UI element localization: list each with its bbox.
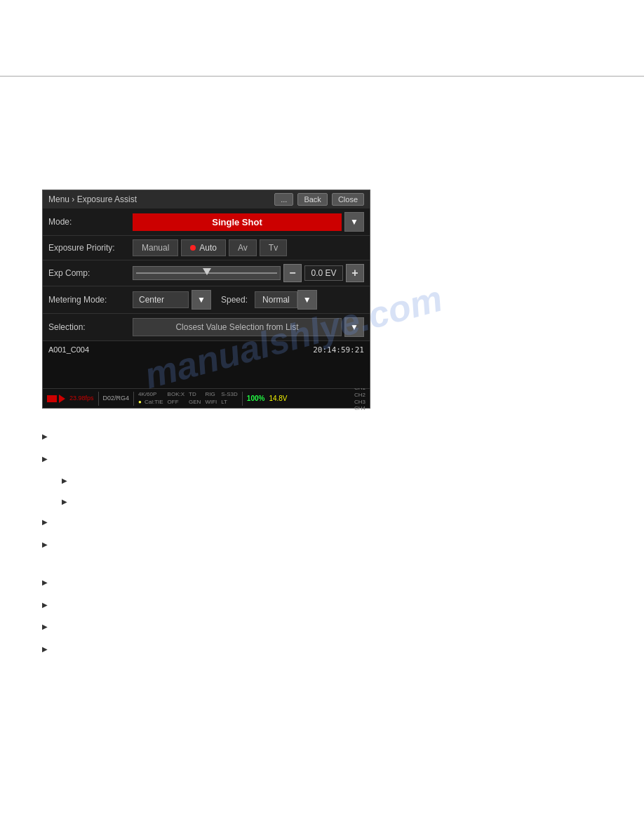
status-group3: TD GEN [189, 391, 201, 406]
mode-label: Mode: [48, 217, 133, 227]
exposure-priority-label: Exposure Priority: [48, 243, 133, 253]
play-icon [59, 395, 65, 403]
selection-value[interactable]: Closest Value Selection from List [133, 318, 342, 336]
plus-button[interactable]: + [346, 264, 364, 282]
arrow-icon: ▶ [42, 539, 48, 550]
bullet-section-2: ▶ ▶ ▶ ▶ [42, 574, 602, 654]
status-group1: 4K/60P ● Cal:TIE [138, 391, 163, 406]
ch4: CH4 [354, 405, 365, 412]
exp-comp-slider[interactable] [133, 266, 281, 280]
bullet-text [55, 574, 58, 588]
arrow-icon: ▶ [42, 600, 48, 610]
resolution-value: 4K/60P [138, 391, 163, 398]
selection-label: Selection: [48, 322, 133, 332]
framerate-display: 23.98fps [69, 395, 94, 402]
voltage-value: 14.8V [269, 395, 287, 402]
arrow-icon: ▶ [42, 454, 48, 464]
framerate-value: 23.98fps [69, 395, 94, 402]
dots-button[interactable]: ... [274, 193, 293, 206]
timecode: 20:14:59:21 [313, 345, 364, 355]
metering-mode-row: Metering Mode: Center ▼ Speed: Normal ▼ [43, 286, 370, 314]
arrow-icon: ▶ [42, 621, 48, 632]
bullet-text [74, 494, 77, 508]
panel-header: Menu › Menu › Exposure AssistExposure As… [43, 190, 370, 208]
arrow-icon: ▶ [62, 475, 67, 486]
bullet-section-1: ▶ ▶ ▶ ▶ ▶ ▶ [42, 428, 602, 550]
exp-comp-controls: − 0.0 EV + [133, 264, 364, 282]
ch3: CH3 [354, 399, 365, 406]
exp-comp-label: Exp Comp: [48, 268, 133, 278]
bullet-text [55, 536, 58, 550]
list-item: ▶ [42, 597, 602, 611]
status-group5: S-S3D LT [221, 391, 238, 406]
cal-tie-value: ● Cal:TIE [138, 399, 163, 406]
bullet-text [55, 641, 58, 655]
status-percent: 100% [247, 395, 265, 403]
metering-dropdown[interactable]: ▼ [192, 290, 211, 310]
camera-id: D02/RG4 [103, 395, 130, 402]
slider-track [136, 272, 277, 274]
bullet-text [74, 472, 77, 486]
priority-av[interactable]: Av [229, 239, 257, 256]
mode-controls: Single Shot ▼ [133, 212, 364, 232]
arrow-icon: ▶ [42, 644, 48, 654]
rec-indicator [47, 395, 65, 403]
bokeh-value: BOK:X [168, 391, 185, 398]
list-item: ▶ [42, 574, 602, 588]
list-item: ▶ [42, 428, 602, 442]
sub-list-item: ▶ [62, 494, 602, 508]
ch2: CH2 [354, 392, 365, 399]
mode-row: Mode: Single Shot ▼ [43, 208, 370, 236]
speed-label: Speed: [221, 295, 248, 305]
minus-button[interactable]: − [283, 264, 302, 282]
close-button[interactable]: Close [332, 193, 364, 206]
list-item: ▶ [42, 536, 602, 550]
list-item: ▶ [42, 451, 602, 465]
content-area: Menu › Menu › Exposure AssistExposure As… [42, 81, 602, 663]
list-item: ▶ [42, 618, 602, 633]
breadcrumb: Menu › Menu › Exposure AssistExposure As… [48, 194, 270, 204]
priority-manual[interactable]: Manual [133, 239, 178, 256]
cal-dot: ● [138, 399, 142, 406]
back-button[interactable]: Back [297, 193, 327, 206]
metering-mode-controls: Center ▼ Speed: Normal ▼ [133, 290, 364, 310]
bullet-text [55, 597, 58, 611]
list-item: ▶ [42, 641, 602, 655]
viewfinder: A001_C004 20:14:59:21 23.98fps D02/RG4 4… [43, 341, 370, 408]
bullet-text [55, 618, 58, 633]
selection-dropdown[interactable]: ▼ [344, 317, 364, 337]
top-divider [0, 76, 644, 77]
off-value: OFF [168, 399, 185, 406]
speed-value[interactable]: Normal [255, 291, 297, 308]
priority-tv[interactable]: Tv [260, 239, 287, 256]
exp-comp-row: Exp Comp: − 0.0 EV + [43, 260, 370, 286]
sub-list-item: ▶ [62, 472, 602, 486]
priority-auto[interactable]: Auto [181, 239, 226, 256]
active-indicator [190, 245, 196, 251]
bullet-text [55, 451, 58, 465]
bullet-text [55, 514, 58, 528]
exposure-priority-controls: Manual Auto Av Tv [133, 239, 364, 256]
clip-name: A001_C004 [48, 345, 89, 354]
arrow-icon: ▶ [42, 577, 48, 588]
arrow-icon: ▶ [42, 517, 48, 527]
status-group4: RIG WIFI [205, 391, 217, 406]
bullet-text [55, 428, 58, 442]
list-item: ▶ [42, 514, 602, 528]
metering-value[interactable]: Center [133, 291, 189, 308]
mode-dropdown[interactable]: ▼ [344, 212, 364, 232]
speed-dropdown[interactable]: ▼ [297, 290, 317, 310]
status-group2: BOK:X OFF [168, 391, 185, 406]
selection-row: Selection: Closest Value Selection from … [43, 314, 370, 341]
rec-square [47, 395, 57, 402]
arrow-icon: ▶ [62, 496, 67, 507]
arrow-icon: ▶ [42, 431, 48, 442]
speed-container: Normal ▼ [255, 290, 317, 310]
slider-thumb [203, 268, 211, 275]
mode-value[interactable]: Single Shot [133, 213, 342, 231]
camera-panel: Menu › Menu › Exposure AssistExposure As… [42, 190, 370, 409]
viewfinder-main: A001_C004 20:14:59:21 [43, 341, 370, 388]
status-bar: 23.98fps D02/RG4 4K/60P ● Cal:TIE BOK:X … [43, 388, 370, 408]
selection-controls: Closest Value Selection from List ▼ [133, 317, 364, 337]
channel-indicators: CH1 CH2 CH3 CH4 [354, 385, 365, 411]
